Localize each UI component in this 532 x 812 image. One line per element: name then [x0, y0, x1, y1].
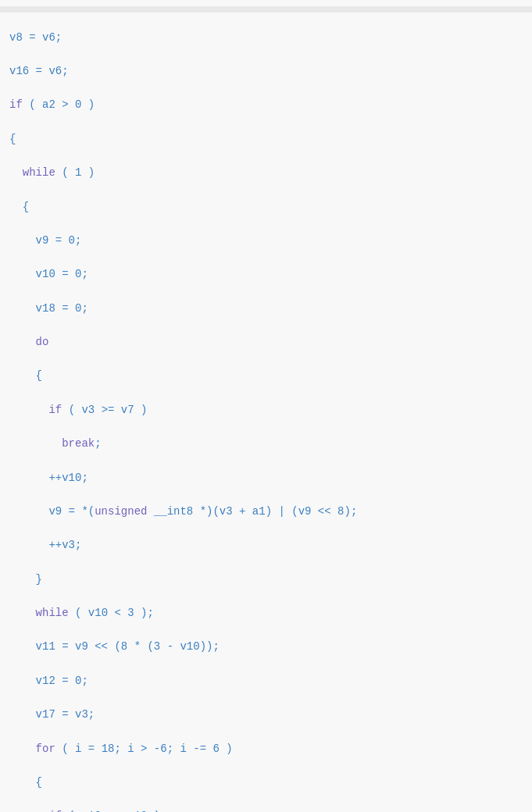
- line: ++v10;: [9, 470, 523, 487]
- line: v18 = 0;: [9, 301, 523, 318]
- line: {: [9, 199, 523, 216]
- code-block: v8 = v6; v16 = v6; if ( a2 > 0 ) { while…: [0, 12, 532, 812]
- line: v8 = v6;: [9, 30, 523, 47]
- line: for ( i = 18; i > -6; i -= 6 ): [9, 741, 523, 758]
- line: v10 = 0;: [9, 266, 523, 283]
- line: v12 = 0;: [9, 673, 523, 690]
- line: {: [9, 368, 523, 385]
- line: if ( a2 > 0 ): [9, 97, 523, 114]
- line: ++v3;: [9, 537, 523, 554]
- line: while ( v10 < 3 );: [9, 605, 523, 622]
- line: v9 = 0;: [9, 233, 523, 250]
- line: if ( v3 >= v7 ): [9, 402, 523, 419]
- code-container: v8 = v6; v16 = v6; if ( a2 > 0 ) { while…: [0, 0, 532, 812]
- line: v11 = v9 << (8 * (3 - v10));: [9, 639, 523, 656]
- line: v9 = *(unsigned __int8 *)(v3 + a1) | (v9…: [9, 504, 523, 521]
- line: break;: [9, 436, 523, 453]
- line: v17 = v3;: [9, 707, 523, 724]
- line: }: [9, 572, 523, 589]
- line: if ( v10 >= v12 ): [9, 808, 523, 812]
- line: v16 = v6;: [9, 63, 523, 80]
- line: {: [9, 131, 523, 148]
- top-bar: [0, 6, 532, 12]
- line: {: [9, 775, 523, 792]
- line: do: [9, 334, 523, 351]
- line: while ( 1 ): [9, 165, 523, 182]
